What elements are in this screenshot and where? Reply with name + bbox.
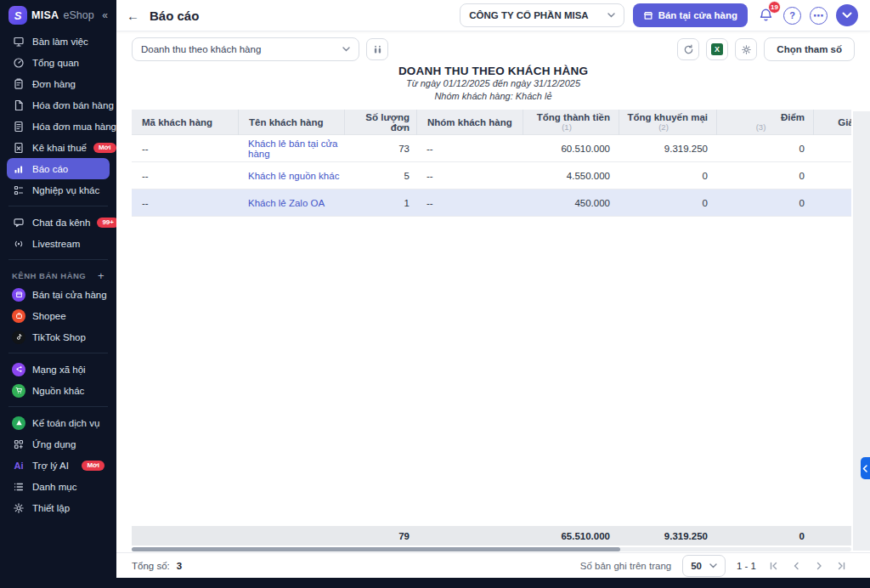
sidebar-item-label: Nguồn khác (32, 386, 84, 396)
sidebar-item-hoa-don-mua-hang[interactable]: Hóa đơn mua hàng (7, 116, 110, 137)
sidebar-item-label: Livestream (32, 239, 80, 249)
sidebar-item-tong-quan[interactable]: Tổng quan (7, 52, 110, 73)
sidebar-item-danh-muc[interactable]: Danh mục (7, 476, 110, 497)
report-settings-button[interactable] (735, 38, 757, 60)
totals-points: 0 (716, 531, 813, 541)
sidebar-item-label: Shopee (32, 311, 66, 321)
sidebar-item-nghiep-vu-khac[interactable]: Nghiệp vụ khác (7, 179, 110, 201)
accounting-icon (12, 416, 25, 430)
user-avatar[interactable] (836, 4, 858, 26)
apps-icon (12, 438, 25, 451)
gear-icon (741, 44, 752, 55)
refresh-button[interactable] (677, 38, 699, 60)
sidebar-item-bao-cao[interactable]: Báo cáo (7, 158, 110, 179)
table-row-selected[interactable]: -- Khách lẻ Zalo OA 1 -- 450.000 0 0 (132, 189, 851, 217)
sidebar-item-label: Đơn hàng (32, 79, 76, 89)
column-header[interactable]: Tên khách hàng (238, 110, 344, 135)
sidebar-divider (8, 259, 108, 260)
store-icon (643, 10, 653, 20)
new-badge: Mới (82, 461, 105, 471)
column-header[interactable]: Số lượng đơn (344, 110, 416, 135)
column-header[interactable]: Điểm(3) (716, 110, 813, 135)
column-header[interactable]: Giảm (813, 110, 851, 135)
sidebar-item-label: Bán tại cửa hàng (32, 290, 107, 300)
main-area: ← Báo cáo CÔNG TY CỔ PHẦN MISA Bán tại c… (116, 0, 870, 578)
table-empty-space (116, 217, 870, 526)
first-page-button[interactable] (767, 560, 779, 572)
sidebar-item-ke-khai-thue[interactable]: Kê khai thuế Mới (7, 137, 110, 158)
sidebar-item-thiet-lap[interactable]: Thiết lập (7, 497, 110, 518)
tax-icon (12, 141, 25, 155)
chat-icon (12, 216, 25, 229)
column-header[interactable]: Tổng khuyến mại(2) (619, 110, 716, 135)
customer-link[interactable]: Khách lẻ nguồn khác (248, 171, 339, 181)
topbar: ← Báo cáo CÔNG TY CỔ PHẦN MISA Bán tại c… (116, 0, 870, 31)
chat-count-badge: 99+ (97, 218, 116, 228)
horizontal-scrollbar-track[interactable] (132, 547, 851, 551)
add-channel-icon[interactable]: + (98, 269, 105, 282)
customer-link[interactable]: Khách lẻ Zalo OA (248, 198, 325, 208)
sidebar-item-tiktok-shop[interactable]: TikTok Shop (7, 326, 110, 348)
sidebar-item-ung-dung[interactable]: Ứng dụng (7, 433, 110, 455)
pos-sale-button[interactable]: Bán tại cửa hàng (633, 3, 748, 27)
new-badge: Mới (93, 143, 116, 153)
page-title: Báo cáo (150, 8, 199, 23)
sidebar-item-label: Thiết lập (32, 503, 70, 513)
report-toolbar: Doanh thu theo khách hàng X Chọn tham số (116, 37, 870, 61)
help-button[interactable]: ? (783, 7, 801, 25)
sidebar-item-don-hang[interactable]: Đơn hàng (7, 73, 110, 94)
sidebar-item-ke-toan-dich-vu[interactable]: Kế toán dịch vụ (7, 412, 110, 433)
ai-icon: Ai (12, 461, 25, 471)
last-page-button[interactable] (836, 560, 848, 572)
table-totals-row: 79 65.510.000 9.319.250 0 (132, 526, 851, 546)
per-page-select[interactable]: 50 (682, 555, 726, 577)
table-row[interactable]: -- Khách lẻ bán tại cửa hàng 73 -- 60.51… (132, 135, 851, 162)
notifications-button[interactable]: 19 (756, 6, 775, 25)
choose-params-button[interactable]: Chọn tham số (764, 37, 855, 61)
next-page-button[interactable] (813, 560, 825, 572)
column-header[interactable]: Nhóm khách hàng (416, 110, 523, 135)
sidebar-item-nguon-khac[interactable]: Nguồn khác (7, 380, 110, 401)
sidebar-item-label: Kế toán dịch vụ (32, 418, 99, 428)
horizontal-scrollbar-thumb[interactable] (132, 547, 620, 551)
table-row[interactable]: -- Khách lẻ nguồn khác 5 -- 4.550.000 0 … (132, 162, 851, 189)
more-button[interactable]: ⋯ (810, 7, 828, 25)
total-count-value: 3 (177, 561, 182, 571)
app-logo: S MISAeShop « (0, 0, 116, 31)
table-vertical-scrollbar-track (853, 111, 870, 551)
catalog-icon (12, 480, 25, 494)
chevron-down-icon (709, 563, 717, 568)
sidebar-item-tro-ly-ai[interactable]: Ai Trợ lý AI Mới (7, 455, 110, 476)
sidebar-item-ban-lam-viec[interactable]: Bàn làm việc (7, 31, 110, 52)
back-button[interactable]: ← (127, 8, 139, 23)
sidebar-item-shopee[interactable]: Shopee (7, 305, 110, 326)
brand-name: MISA (31, 9, 59, 21)
settings-icon (12, 501, 25, 515)
other-source-icon (12, 384, 25, 398)
export-excel-button[interactable]: X (706, 38, 728, 60)
column-header[interactable]: Mã khách hàng (132, 110, 238, 135)
customer-link[interactable]: Khách lẻ bán tại cửa hàng (248, 139, 338, 159)
prev-page-button[interactable] (790, 560, 802, 572)
sidebar-item-label: Tổng quan (32, 58, 79, 68)
column-settings-button[interactable] (366, 38, 388, 60)
sidebar-item-label: Báo cáo (32, 164, 68, 174)
company-select[interactable]: CÔNG TY CỔ PHẦN MISA (460, 3, 624, 27)
panel-expand-tab[interactable] (861, 457, 870, 479)
sidebar-item-livestream[interactable]: Livestream (7, 233, 110, 254)
sidebar-item-label: Hóa đơn bán hàng (32, 100, 114, 110)
sidebar-item-label: Bàn làm việc (32, 37, 88, 47)
sidebar-item-hoa-don-ban-hang[interactable]: Hóa đơn bán hàng (7, 94, 110, 116)
sidebar-item-label: Nghiệp vụ khác (32, 185, 99, 195)
report-type-select[interactable]: Doanh thu theo khách hàng (132, 37, 359, 61)
app-window: S MISAeShop « Bàn làm việc Tổng quan Đơn… (0, 0, 870, 588)
sidebar-item-mang-xa-hoi[interactable]: Mạng xã hội (7, 359, 110, 380)
pager-controls (767, 560, 848, 572)
sidebar-collapse-icon[interactable]: « (102, 9, 108, 21)
chevron-down-icon (842, 12, 852, 19)
overview-icon (12, 56, 25, 70)
column-header[interactable]: Tổng thành tiền(1) (523, 110, 619, 135)
sidebar-item-chat-da-kenh[interactable]: Chat đa kênh 99+ (7, 212, 110, 233)
sidebar-item-ban-tai-cua-hang[interactable]: Bán tại cửa hàng (7, 284, 110, 305)
sidebar-item-label: Kê khai thuế (32, 143, 87, 153)
